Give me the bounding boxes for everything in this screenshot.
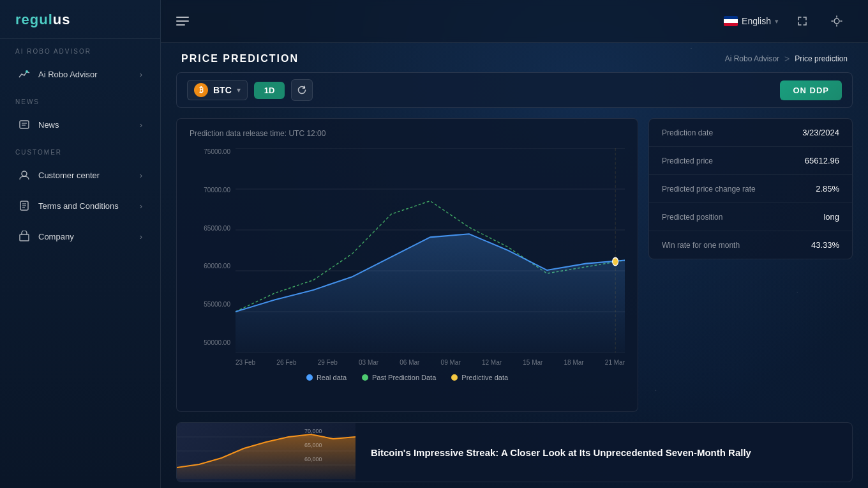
fullscreen-button[interactable] <box>791 10 813 32</box>
sidebar-item-left-customer: Customer center <box>18 169 100 181</box>
x-label-1: 26 Feb <box>276 359 296 366</box>
chart-icon <box>18 68 31 80</box>
chevron-right-icon-company: › <box>140 232 142 241</box>
chart-section: Prediction data release time: UTC 12:00 … <box>176 118 853 412</box>
news-content: Bitcoin's Impressive Streak: A Closer Lo… <box>355 423 852 482</box>
info-panel: Prediction date 3/23/2024 Predicted pric… <box>648 118 853 259</box>
sidebar-item-label-advisor: Ai Robo Advisor <box>38 70 98 79</box>
svg-marker-21 <box>236 234 625 353</box>
x-label-8: 18 Mar <box>564 359 584 366</box>
y-label-70k: 70000.00 <box>204 187 230 194</box>
sidebar-item-customer-center[interactable]: Customer center › <box>5 161 155 189</box>
coin-chevron-icon: ▾ <box>237 86 241 95</box>
svg-text:60,000: 60,000 <box>304 456 322 462</box>
legend-dot-predictive <box>451 374 458 381</box>
sidebar-item-label-company: Company <box>38 232 74 241</box>
svg-point-10 <box>834 19 839 24</box>
breadcrumb: Ai Robo Advisor > Price prediction <box>725 54 848 64</box>
header: English ▾ <box>161 0 868 43</box>
info-label-position: Predicted position <box>662 213 722 222</box>
x-label-6: 12 Mar <box>482 359 502 366</box>
sidebar-item-news[interactable]: News › <box>5 111 155 139</box>
y-label-75k: 75000.00 <box>204 148 230 155</box>
breadcrumb-current: Price prediction <box>795 54 848 63</box>
breadcrumb-root[interactable]: Ai Robo Advisor <box>725 54 779 63</box>
info-label-win-rate: Win rate for one month <box>662 241 740 250</box>
btc-icon: ₿ <box>194 83 208 97</box>
legend-dot-real <box>306 374 313 381</box>
sidebar-item-label-customer: Customer center <box>38 171 100 180</box>
language-label: English <box>742 16 771 26</box>
svg-rect-9 <box>20 234 29 241</box>
timeframe-button[interactable]: 1D <box>254 82 285 99</box>
info-label-date: Prediction date <box>662 128 713 137</box>
x-label-0: 23 Feb <box>236 359 255 366</box>
x-label-3: 03 Mar <box>359 359 378 366</box>
info-row-win-rate: Win rate for one month 43.33% <box>649 231 852 259</box>
svg-rect-1 <box>20 121 29 128</box>
chart-release-time: Prediction data release time: UTC 12:00 <box>190 129 625 138</box>
news-icon <box>18 118 31 131</box>
news-title: Bitcoin's Impressive Streak: A Closer Lo… <box>371 446 837 459</box>
info-value-position: long <box>823 212 839 222</box>
page-title: PRICE PREDICTION <box>181 53 299 65</box>
coin-selector[interactable]: ₿ BTC ▾ <box>187 80 248 100</box>
header-right: English ▾ <box>724 10 848 32</box>
info-value-win-rate: 43.33% <box>811 240 839 250</box>
doc-icon <box>18 199 31 212</box>
y-label-55k: 55000.00 <box>204 301 230 308</box>
flag-icon <box>724 16 738 26</box>
sidebar-item-left-news: News <box>18 118 59 131</box>
theme-toggle-button[interactable] <box>826 10 848 32</box>
info-row-price: Predicted price 65612.96 <box>649 147 852 175</box>
controls-bar: ₿ BTC ▾ 1D ON DDP <box>176 72 853 108</box>
ddp-button[interactable]: ON DDP <box>780 80 842 100</box>
section-label-advisor: AI ROBO ADVISOR <box>0 39 160 59</box>
sidebar-item-company[interactable]: Company › <box>5 222 155 250</box>
sidebar-item-ai-robo[interactable]: Ai Robo Advisor › <box>5 60 155 88</box>
section-label-news: NEWS <box>0 89 160 109</box>
x-label-4: 06 Mar <box>400 359 419 366</box>
legend-label-predictive: Predictive data <box>461 374 508 381</box>
info-row-position: Predicted position long <box>649 203 852 231</box>
info-value-date: 3/23/2024 <box>802 128 839 137</box>
logo: regulus <box>0 0 160 39</box>
info-label-change-rate: Predicted price change rate <box>662 185 756 194</box>
language-selector[interactable]: English ▾ <box>724 16 779 26</box>
sidebar-item-label-news: News <box>38 120 59 130</box>
sidebar-item-left: Ai Robo Advisor <box>18 68 98 80</box>
y-label-60k: 60000.00 <box>204 263 230 270</box>
breadcrumb-separator: > <box>784 54 789 64</box>
y-label-65k: 65000.00 <box>204 225 230 232</box>
hamburger-icon[interactable] <box>174 14 191 28</box>
coin-label: BTC <box>213 85 232 95</box>
svg-point-4 <box>22 171 27 176</box>
x-label-9: 21 Mar <box>605 359 625 366</box>
info-row-change-rate: Predicted price change rate 2.85% <box>649 175 852 203</box>
section-label-customer: CUSTOMER <box>0 140 160 160</box>
legend-real-data: Real data <box>306 374 347 381</box>
info-value-price: 65612.96 <box>805 156 839 165</box>
page-header: PRICE PREDICTION Ai Robo Advisor > Price… <box>161 43 868 72</box>
info-value-change-rate: 2.85% <box>816 184 839 194</box>
header-left <box>174 14 191 28</box>
chart-card: Prediction data release time: UTC 12:00 … <box>176 118 638 412</box>
news-card[interactable]: 70,000 65,000 60,000 Bitcoin's Impressiv… <box>176 422 853 482</box>
info-row-date: Prediction date 3/23/2024 <box>649 119 852 147</box>
sidebar-item-left-terms: Terms and Conditions <box>18 199 119 212</box>
sidebar-item-terms[interactable]: Terms and Conditions › <box>5 192 155 220</box>
refresh-button[interactable] <box>291 79 313 101</box>
chevron-right-icon-customer: › <box>140 171 142 180</box>
svg-marker-24 <box>177 434 355 479</box>
legend-predictive-data: Predictive data <box>451 374 508 381</box>
info-label-price: Predicted price <box>662 156 713 165</box>
main-content: English ▾ <box>161 0 868 488</box>
news-thumbnail: 70,000 65,000 60,000 <box>177 423 355 482</box>
x-label-2: 29 Feb <box>318 359 338 366</box>
x-label-7: 15 Mar <box>523 359 542 366</box>
chevron-right-icon-terms: › <box>140 201 142 211</box>
building-icon <box>18 230 31 243</box>
legend-label-real: Real data <box>317 374 347 381</box>
legend-dot-past <box>362 374 368 381</box>
lang-chevron-icon: ▾ <box>775 17 779 26</box>
